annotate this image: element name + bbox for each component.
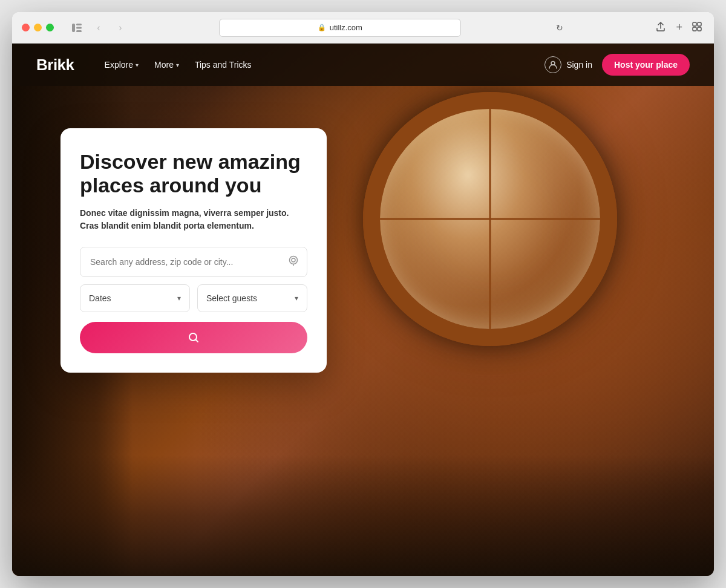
svg-point-10 xyxy=(290,256,298,264)
search-button[interactable] xyxy=(80,322,307,353)
nav-label-tips: Tips and Tricks xyxy=(195,60,252,70)
close-button[interactable] xyxy=(22,24,30,31)
host-your-place-button[interactable]: Host your place xyxy=(602,54,690,76)
navbar: Brikk Explore ▾ More ▾ Tips and Tricks xyxy=(12,44,714,86)
dates-filter-button[interactable]: Dates ▾ xyxy=(80,284,190,312)
chevron-down-icon: ▾ xyxy=(176,62,179,68)
search-input[interactable] xyxy=(80,247,307,277)
reload-button[interactable]: ↻ xyxy=(556,23,563,33)
filters-row: Dates ▾ Select guests ▾ xyxy=(80,284,307,312)
round-window-decoration xyxy=(363,92,617,346)
url-bar[interactable]: 🔒 utillz.com xyxy=(219,19,461,37)
maximize-button[interactable] xyxy=(46,24,54,31)
search-card: Discover new amazing places around you D… xyxy=(60,128,327,373)
svg-rect-3 xyxy=(76,30,82,32)
search-input-wrapper xyxy=(80,247,307,277)
lock-icon: 🔒 xyxy=(318,24,326,31)
forward-button[interactable]: › xyxy=(112,21,129,34)
chevron-down-icon: ▾ xyxy=(177,294,181,302)
svg-line-13 xyxy=(196,340,198,342)
guests-filter-button[interactable]: Select guests ▾ xyxy=(197,284,307,312)
sidebar-toggle-button[interactable] xyxy=(68,21,85,34)
logo[interactable]: Brikk xyxy=(36,56,74,74)
svg-rect-0 xyxy=(72,24,75,32)
chevron-down-icon: ▾ xyxy=(136,62,139,68)
title-bar: ‹ › 🔒 utillz.com ↻ + xyxy=(12,12,714,44)
dates-label: Dates xyxy=(89,293,111,303)
svg-rect-5 xyxy=(698,22,701,26)
nav-label-more: More xyxy=(154,60,174,70)
nav-item-more[interactable]: More ▾ xyxy=(148,56,185,73)
sign-in-button[interactable]: Sign in xyxy=(544,56,592,73)
share-button[interactable] xyxy=(653,19,669,37)
nav-right: Sign in Host your place xyxy=(544,54,690,76)
new-tab-button[interactable]: + xyxy=(673,19,685,36)
nav-item-explore[interactable]: Explore ▾ xyxy=(99,56,145,73)
traffic-lights xyxy=(22,24,54,31)
chevron-down-icon: ▾ xyxy=(295,294,298,302)
sign-in-label: Sign in xyxy=(566,60,592,70)
back-button[interactable]: ‹ xyxy=(90,21,107,34)
browser-window: ‹ › 🔒 utillz.com ↻ + xyxy=(12,12,714,576)
user-icon xyxy=(544,56,561,73)
guests-label: Select guests xyxy=(206,293,257,303)
tabs-button[interactable] xyxy=(690,19,704,36)
location-icon xyxy=(288,255,299,269)
nav-label-explore: Explore xyxy=(105,60,133,70)
svg-rect-7 xyxy=(698,27,701,31)
hero-title: Discover new amazing places around you xyxy=(80,150,307,197)
toolbar-right: + xyxy=(653,19,704,37)
svg-rect-1 xyxy=(76,24,82,25)
hero-subtitle: Donec vitae dignissim magna, viverra sem… xyxy=(80,207,307,232)
nav-item-tips[interactable]: Tips and Tricks xyxy=(189,56,258,73)
url-text: utillz.com xyxy=(330,23,362,32)
svg-rect-2 xyxy=(76,27,82,28)
content-area: Brikk Explore ▾ More ▾ Tips and Tricks xyxy=(12,44,714,576)
svg-rect-4 xyxy=(693,22,696,26)
svg-point-9 xyxy=(292,258,295,262)
table-overlay xyxy=(12,455,714,576)
browser-controls: ‹ › xyxy=(66,21,129,34)
minimize-button[interactable] xyxy=(34,24,42,31)
svg-rect-6 xyxy=(693,27,696,31)
nav-links: Explore ▾ More ▾ Tips and Tricks xyxy=(99,56,545,73)
